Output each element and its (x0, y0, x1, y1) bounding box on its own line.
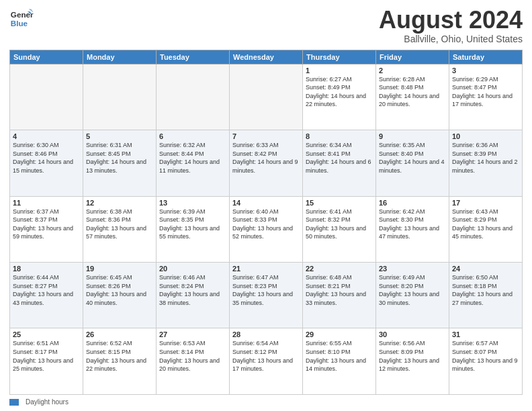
day-number: 19 (86, 265, 153, 273)
day-number: 2 (379, 66, 446, 75)
day-number: 17 (452, 199, 519, 207)
day-info: Sunrise: 6:27 AMSunset: 8:49 PMDaylight:… (306, 75, 373, 109)
day-info: Sunrise: 6:28 AMSunset: 8:48 PMDaylight:… (379, 75, 446, 109)
calendar-cell: 13Sunrise: 6:39 AMSunset: 8:35 PMDayligh… (157, 196, 230, 262)
day-info: Sunrise: 6:46 AMSunset: 8:24 PMDaylight:… (159, 273, 226, 307)
calendar-cell: 12Sunrise: 6:38 AMSunset: 8:36 PMDayligh… (83, 196, 157, 262)
day-number: 25 (13, 330, 80, 338)
calendar-cell: 1Sunrise: 6:27 AMSunset: 8:49 PMDaylight… (303, 64, 376, 130)
day-number: 22 (306, 265, 373, 273)
day-number: 26 (86, 330, 153, 338)
day-number: 4 (13, 132, 80, 140)
day-number: 31 (452, 330, 519, 338)
calendar-cell: 11Sunrise: 6:37 AMSunset: 8:37 PMDayligh… (10, 196, 83, 262)
day-info: Sunrise: 6:43 AMSunset: 8:29 PMDaylight:… (452, 208, 519, 241)
calendar-cell: 3Sunrise: 6:29 AMSunset: 8:47 PMDaylight… (449, 64, 523, 130)
day-info: Sunrise: 6:36 AMSunset: 8:39 PMDaylight:… (452, 141, 519, 175)
day-info: Sunrise: 6:50 AMSunset: 8:18 PMDaylight:… (452, 273, 519, 307)
calendar-cell: 26Sunrise: 6:52 AMSunset: 8:15 PMDayligh… (83, 328, 157, 395)
calendar-cell (157, 64, 230, 130)
calendar-cell: 2Sunrise: 6:28 AMSunset: 8:48 PMDaylight… (376, 64, 449, 130)
day-number: 16 (379, 199, 446, 207)
location-subtitle: Ballville, Ohio, United States (379, 34, 523, 44)
day-of-week-header: Tuesday (157, 50, 230, 64)
day-info: Sunrise: 6:53 AMSunset: 8:14 PMDaylight:… (159, 339, 226, 373)
day-number: 29 (306, 330, 373, 338)
day-number: 28 (232, 330, 300, 338)
calendar-cell: 4Sunrise: 6:30 AMSunset: 8:46 PMDaylight… (10, 130, 83, 196)
day-info: Sunrise: 6:29 AMSunset: 8:47 PMDaylight:… (452, 75, 519, 109)
day-of-week-header: Thursday (303, 50, 376, 64)
calendar-cell: 17Sunrise: 6:43 AMSunset: 8:29 PMDayligh… (449, 196, 523, 262)
calendar-cell: 15Sunrise: 6:41 AMSunset: 8:32 PMDayligh… (303, 196, 376, 262)
page-header: General Blue August 2024 Ballville, Ohio… (9, 7, 523, 44)
day-info: Sunrise: 6:40 AMSunset: 8:33 PMDaylight:… (232, 208, 300, 241)
day-info: Sunrise: 6:33 AMSunset: 8:42 PMDaylight:… (232, 141, 300, 175)
day-info: Sunrise: 6:35 AMSunset: 8:40 PMDaylight:… (379, 141, 446, 175)
day-number: 20 (159, 265, 226, 273)
day-of-week-header: Friday (376, 50, 449, 64)
footer: Daylight hours (9, 398, 523, 406)
calendar-cell: 19Sunrise: 6:45 AMSunset: 8:26 PMDayligh… (83, 263, 157, 328)
day-number: 8 (306, 132, 373, 140)
day-info: Sunrise: 6:38 AMSunset: 8:36 PMDaylight:… (86, 208, 153, 241)
calendar-cell: 28Sunrise: 6:54 AMSunset: 8:12 PMDayligh… (230, 328, 303, 395)
day-info: Sunrise: 6:56 AMSunset: 8:09 PMDaylight:… (379, 339, 446, 373)
calendar-cell: 18Sunrise: 6:44 AMSunset: 8:27 PMDayligh… (10, 263, 83, 328)
day-number: 10 (452, 132, 519, 140)
calendar-cell: 16Sunrise: 6:42 AMSunset: 8:30 PMDayligh… (376, 196, 449, 262)
day-number: 5 (86, 132, 153, 140)
day-number: 23 (379, 265, 446, 273)
day-number: 7 (232, 132, 300, 140)
day-number: 14 (232, 199, 300, 207)
day-info: Sunrise: 6:52 AMSunset: 8:15 PMDaylight:… (86, 339, 153, 373)
calendar-cell: 21Sunrise: 6:47 AMSunset: 8:23 PMDayligh… (230, 263, 303, 328)
day-info: Sunrise: 6:41 AMSunset: 8:32 PMDaylight:… (306, 208, 373, 241)
calendar-cell: 27Sunrise: 6:53 AMSunset: 8:14 PMDayligh… (157, 328, 230, 395)
legend-label: Daylight hours (26, 398, 69, 406)
day-info: Sunrise: 6:51 AMSunset: 8:17 PMDaylight:… (13, 339, 80, 373)
calendar-cell: 24Sunrise: 6:50 AMSunset: 8:18 PMDayligh… (449, 263, 523, 328)
calendar-cell: 29Sunrise: 6:55 AMSunset: 8:10 PMDayligh… (303, 328, 376, 395)
calendar-cell: 6Sunrise: 6:32 AMSunset: 8:44 PMDaylight… (157, 130, 230, 196)
title-block: August 2024 Ballville, Ohio, United Stat… (379, 7, 523, 44)
calendar-cell: 25Sunrise: 6:51 AMSunset: 8:17 PMDayligh… (10, 328, 83, 395)
day-number: 24 (452, 265, 519, 273)
day-number: 21 (232, 265, 300, 273)
day-number: 30 (379, 330, 446, 338)
day-info: Sunrise: 6:30 AMSunset: 8:46 PMDaylight:… (13, 141, 80, 175)
calendar-cell: 5Sunrise: 6:31 AMSunset: 8:45 PMDaylight… (83, 130, 157, 196)
day-info: Sunrise: 6:39 AMSunset: 8:35 PMDaylight:… (159, 208, 226, 241)
svg-text:Blue: Blue (11, 19, 28, 28)
day-number: 12 (86, 199, 153, 207)
day-info: Sunrise: 6:55 AMSunset: 8:10 PMDaylight:… (306, 339, 373, 373)
legend-color-box (9, 399, 19, 406)
calendar-cell: 7Sunrise: 6:33 AMSunset: 8:42 PMDaylight… (230, 130, 303, 196)
calendar-cell: 31Sunrise: 6:57 AMSunset: 8:07 PMDayligh… (449, 328, 523, 395)
day-info: Sunrise: 6:54 AMSunset: 8:12 PMDaylight:… (232, 339, 300, 373)
day-info: Sunrise: 6:49 AMSunset: 8:20 PMDaylight:… (379, 273, 446, 307)
day-number: 27 (159, 330, 226, 338)
calendar-cell: 22Sunrise: 6:48 AMSunset: 8:21 PMDayligh… (303, 263, 376, 328)
day-number: 11 (13, 199, 80, 207)
day-info: Sunrise: 6:31 AMSunset: 8:45 PMDaylight:… (86, 141, 153, 175)
day-info: Sunrise: 6:47 AMSunset: 8:23 PMDaylight:… (232, 273, 300, 307)
day-number: 15 (306, 199, 373, 207)
calendar-cell: 10Sunrise: 6:36 AMSunset: 8:39 PMDayligh… (449, 130, 523, 196)
day-info: Sunrise: 6:32 AMSunset: 8:44 PMDaylight:… (159, 141, 226, 175)
calendar-cell (83, 64, 157, 130)
day-info: Sunrise: 6:57 AMSunset: 8:07 PMDaylight:… (452, 339, 519, 373)
day-info: Sunrise: 6:34 AMSunset: 8:41 PMDaylight:… (306, 141, 373, 175)
day-info: Sunrise: 6:45 AMSunset: 8:26 PMDaylight:… (86, 273, 153, 307)
month-title: August 2024 (379, 7, 523, 34)
calendar-cell (10, 64, 83, 130)
day-number: 3 (452, 66, 519, 75)
day-number: 13 (159, 199, 226, 207)
calendar-cell (230, 64, 303, 130)
calendar-cell: 20Sunrise: 6:46 AMSunset: 8:24 PMDayligh… (157, 263, 230, 328)
day-of-week-header: Wednesday (230, 50, 303, 64)
day-of-week-header: Monday (83, 50, 157, 64)
day-of-week-header: Saturday (449, 50, 523, 64)
day-number: 9 (379, 132, 446, 140)
day-of-week-header: Sunday (10, 50, 83, 64)
